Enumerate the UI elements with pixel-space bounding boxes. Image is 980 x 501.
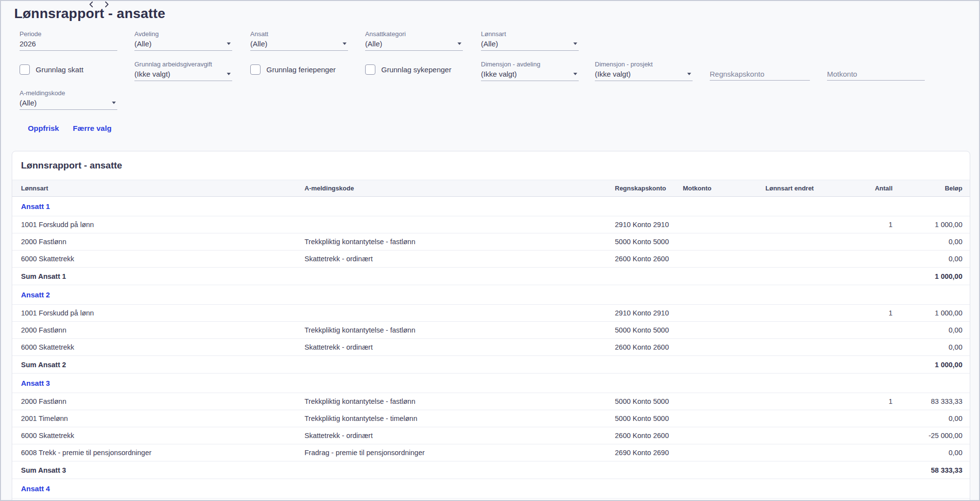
cell-belop: 1 000,00 <box>893 221 962 229</box>
employee-group-link[interactable]: Ansatt 2 <box>21 291 50 299</box>
caret-down-icon <box>227 42 231 45</box>
employee-group-link[interactable]: Ansatt 3 <box>21 379 50 387</box>
table-row: 6000 Skattetrekk Skattetrekk - ordinært … <box>12 427 970 444</box>
chevron-right-icon <box>104 1 110 10</box>
caret-down-icon <box>227 73 231 75</box>
table-row: 6000 Skattetrekk Skattetrekk - ordinært … <box>12 339 970 356</box>
cell-lonnsart: 1001 Forskudd på lønn <box>21 221 305 229</box>
sum-label: Sum Ansatt 2 <box>21 361 305 369</box>
cell-belop: 0,00 <box>893 238 962 246</box>
ansatt-dropdown[interactable]: Ansatt (Alle) <box>250 30 348 51</box>
checkbox-unchecked-icon[interactable] <box>365 64 375 75</box>
sum-belop: 58 333,33 <box>893 466 962 474</box>
previous-period-button[interactable] <box>87 1 95 10</box>
table-row: 6000 Skattetrekk Skattetrekk - ordinært … <box>12 250 970 268</box>
cell-a-meldingskode: Skattetrekk - ordinært <box>305 255 615 263</box>
caret-down-icon <box>457 42 461 45</box>
oppfrisk-button[interactable]: Oppfrisk <box>28 124 59 133</box>
column-header-antall: Antall <box>819 185 893 192</box>
grunnlag-skatt-label: Grunnlag skatt <box>36 65 84 74</box>
cell-a-meldingskode: Trekkpliktig kontantytelse - fastlønn <box>305 326 615 334</box>
cell-regnskapskonto: 5000 Konto 5000 <box>615 326 683 334</box>
table-row: 2000 Fastlønn Trekkpliktig kontantytelse… <box>12 322 970 339</box>
cell-lonnsart: 2000 Fastlønn <box>21 397 305 405</box>
cell-belop: 0,00 <box>893 255 962 263</box>
sum-belop: 1 000,00 <box>893 272 962 280</box>
ansattkategori-value: (Alle) <box>365 40 382 48</box>
lonnsart-dropdown[interactable]: Lønnsart (Alle) <box>481 30 579 51</box>
ansattkategori-dropdown[interactable]: Ansattkategori (Alle) <box>365 30 463 51</box>
sum-label: Sum Ansatt 1 <box>21 272 305 280</box>
employee-group-row: Ansatt 3 <box>12 374 970 393</box>
dimensjon-avdeling-label: Dimensjon - avdeling <box>481 61 579 68</box>
cell-regnskapskonto: 2600 Konto 2600 <box>615 343 683 351</box>
table-row: 6008 Trekk - premie til pensjonsordninge… <box>12 444 970 461</box>
column-header-regnskapskonto: Regnskapskonto <box>615 185 683 192</box>
cell-regnskapskonto: 2600 Konto 2600 <box>615 432 683 439</box>
faerre-valg-button[interactable]: Færre valg <box>73 124 111 133</box>
grunnlag-feriepenger-checkbox-item[interactable]: Grunnlag feriepenger <box>250 64 336 75</box>
employee-group-row: Ansatt 2 <box>12 285 970 305</box>
periode-value[interactable]: 2026 <box>20 38 117 51</box>
caret-down-icon <box>687 73 691 75</box>
grunnlag-sykepenger-checkbox-item[interactable]: Grunnlag sykepenger <box>365 64 451 75</box>
cell-lonnsart: 6000 Skattetrekk <box>21 343 305 351</box>
employee-group-link[interactable]: Ansatt 4 <box>21 484 50 493</box>
cell-lonnsart: 1001 Forskudd på lønn <box>21 309 305 317</box>
dimensjon-prosjekt-label: Dimensjon - prosjekt <box>595 61 693 68</box>
avdeling-dropdown[interactable]: Avdeling (Alle) <box>134 30 232 51</box>
table-row: 2001 Timelønn Trekkpliktig kontantytelse… <box>12 410 970 427</box>
checkbox-unchecked-icon[interactable] <box>250 64 261 75</box>
cell-a-meldingskode: Trekkpliktig kontantytelse - fastlønn <box>305 238 615 246</box>
grunnlag-skatt-checkbox-item[interactable]: Grunnlag skatt <box>20 64 84 75</box>
column-header-lonnsart-endret: Lønnsart endret <box>765 185 819 192</box>
cell-regnskapskonto: 2600 Konto 2600 <box>615 255 683 263</box>
cell-regnskapskonto: 2910 Konto 2910 <box>615 309 683 317</box>
cell-belop: 0,00 <box>893 415 962 422</box>
cell-lonnsart: 2001 Timelønn <box>21 415 305 422</box>
column-header-belop: Beløp <box>893 185 962 192</box>
cell-regnskapskonto: 2690 Konto 2690 <box>615 449 683 457</box>
cell-belop: 83 333,33 <box>893 397 962 405</box>
periode-field[interactable]: Periode 2026 <box>20 30 117 51</box>
table-header-row: Lønnsart A-meldingskode Regnskapskonto M… <box>12 180 970 197</box>
cell-belop: 1 000,00 <box>893 309 962 317</box>
a-meldingskode-dropdown[interactable]: A-meldingskode (Alle) <box>20 89 117 110</box>
table-row: 1001 Forskudd på lønn 2910 Konto 2910 1 … <box>12 216 970 233</box>
lonnsrapport-screen: Lønnsrapport - ansatte Periode 2026 Avde… <box>0 0 980 501</box>
cell-lonnsart: 6000 Skattetrekk <box>21 432 305 439</box>
dimensjon-avdeling-dropdown[interactable]: Dimensjon - avdeling (Ikke valgt) <box>481 61 579 81</box>
sum-row: Sum Ansatt 2 1 000,00 <box>12 356 970 374</box>
cell-lonnsart: 2000 Fastlønn <box>21 238 305 246</box>
cell-lonnsart: 6008 Trekk - premie til pensjonsordninge… <box>21 449 305 457</box>
a-meldingskode-value: (Alle) <box>20 99 37 107</box>
grunnlag-arbeidsgiveravgift-label: Grunnlag arbeidsgiveravgift <box>134 61 232 68</box>
motkonto-input[interactable] <box>827 69 925 81</box>
column-header-lonnsart: Lønnsart <box>21 185 305 192</box>
regnskapskonto-field <box>710 69 810 81</box>
cell-antall: 1 <box>819 397 893 405</box>
chevron-left-icon <box>88 1 94 10</box>
ansattkategori-label: Ansattkategori <box>365 30 463 38</box>
sum-belop: 1 000,00 <box>893 361 962 369</box>
cell-antall: 1 <box>819 221 893 229</box>
periode-label: Periode <box>20 30 117 38</box>
cell-belop: 0,00 <box>893 449 962 457</box>
cell-a-meldingskode: Trekkpliktig kontantytelse - timelønn <box>305 415 615 422</box>
checkbox-unchecked-icon[interactable] <box>20 64 30 75</box>
cell-a-meldingskode: Skattetrekk - ordinært <box>305 343 615 351</box>
dimensjon-prosjekt-dropdown[interactable]: Dimensjon - prosjekt (Ikke valgt) <box>595 61 693 81</box>
grunnlag-arbeidsgiveravgift-dropdown[interactable]: Grunnlag arbeidsgiveravgift (Ikke valgt) <box>134 61 232 81</box>
cell-lonnsart: 6000 Skattetrekk <box>21 255 305 263</box>
cell-regnskapskonto: 2910 Konto 2910 <box>615 221 683 229</box>
dimensjon-avdeling-value: (Ikke valgt) <box>481 70 517 78</box>
sum-label: Sum Ansatt 3 <box>21 466 305 474</box>
employee-group-link[interactable]: Ansatt 1 <box>21 202 50 210</box>
caret-down-icon <box>573 73 577 75</box>
regnskapskonto-input[interactable] <box>710 69 810 81</box>
report-card: Lønnsrapport - ansatte Lønnsart A-meldin… <box>12 151 970 501</box>
column-header-a-meldingskode: A-meldingskode <box>305 185 615 192</box>
employee-group-row: Ansatt 4 <box>12 479 970 499</box>
ansatt-label: Ansatt <box>250 30 348 38</box>
next-period-button[interactable] <box>102 1 111 10</box>
